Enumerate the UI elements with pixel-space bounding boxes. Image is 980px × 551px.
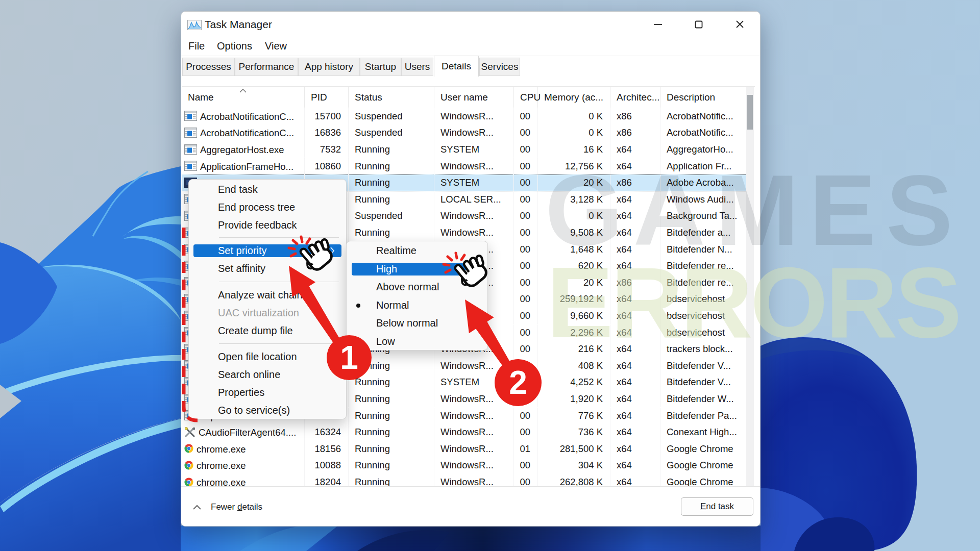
svg-text:2: 2	[509, 364, 527, 401]
svg-text:1: 1	[340, 339, 358, 376]
